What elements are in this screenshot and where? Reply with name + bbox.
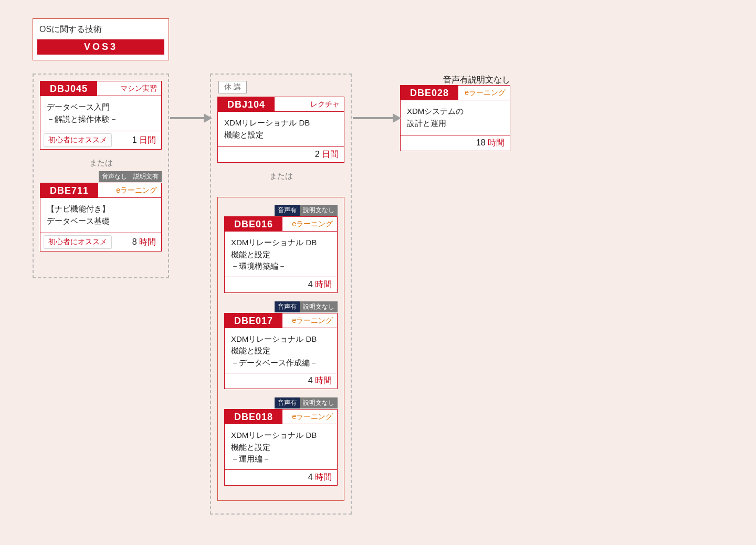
course-duration: 1 日間 [132, 135, 156, 146]
course-map: OSに関する技術 VOS3 DBJ045 マシン実習 データベース入門 －解説と… [0, 0, 756, 545]
course-title: XDMシステムの 設計と運用 [401, 100, 510, 135]
main-group: 休 講 DBJ104 レクチャ XDMリレーショナル DB 機能と設定 2 日間… [210, 74, 352, 515]
course-type-tag: eラーニング [282, 313, 337, 328]
course-code: DBE017 [225, 313, 282, 328]
course-duration: 8 時間 [132, 237, 156, 248]
or-label: または [40, 158, 162, 168]
course-title: XDMリレーショナル DB 機能と設定 －データベース作成編－ [225, 328, 337, 373]
elearning-subgroup: 音声有説明文なし DBE016 eラーニング XDMリレーショナル DB 機能と… [217, 197, 344, 501]
course-card[interactable]: 音声有説明文なし DBE018 eラーニング XDMリレーショナル DB 機能と… [224, 409, 338, 486]
category-box: OSに関する技術 VOS3 [33, 18, 169, 60]
course-duration: 18 時間 [476, 138, 505, 149]
course-card[interactable]: DBJ104 レクチャ XDMリレーショナル DB 機能と設定 2 日間 [217, 97, 344, 163]
course-card[interactable]: 音声有説明文なし DBE017 eラーニング XDMリレーショナル DB 機能と… [224, 313, 338, 390]
course-type-tag: eラーニング [282, 410, 337, 424]
audio-badge: 音声なし説明文有 [99, 171, 162, 182]
course-card[interactable]: DBE028 eラーニング XDMシステムの 設計と運用 18 時間 [400, 85, 510, 151]
audio-badge: 音声有説明文なし [275, 205, 338, 216]
category-band: VOS3 [37, 39, 164, 55]
course-title: XDMリレーショナル DB 機能と設定 [218, 112, 344, 146]
course-type-tag: eラーニング [282, 217, 337, 232]
course-duration: 4 時間 [308, 472, 332, 483]
category-title: OSに関する技術 [39, 24, 164, 35]
course-card[interactable]: DBJ045 マシン実習 データベース入門 －解説と操作体験－ 初心者にオススメ… [40, 81, 162, 150]
course-duration: 4 時間 [308, 279, 332, 290]
or-label: または [217, 171, 344, 181]
course-type-tag: eラーニング [98, 183, 161, 198]
course-card[interactable]: 音声なし説明文有 DBE711 eラーニング 【ナビ機能付き】 データベース基礎… [40, 183, 162, 251]
audio-badge: 音声有説明文なし [400, 75, 510, 86]
course-type-tag: eラーニング [458, 86, 510, 100]
course-title: 【ナビ機能付き】 データベース基礎 [40, 198, 161, 233]
course-code: DBE018 [225, 410, 282, 424]
recommend-badge: 初心者にオススメ [44, 235, 112, 249]
course-type-tag: マシン実習 [97, 81, 161, 96]
prereq-group: DBJ045 マシン実習 データベース入門 －解説と操作体験－ 初心者にオススメ… [33, 74, 169, 278]
course-title: データベース入門 －解説と操作体験－ [40, 96, 161, 131]
course-duration: 4 時間 [308, 375, 332, 386]
course-card[interactable]: 音声有説明文なし DBE016 eラーニング XDMリレーショナル DB 機能と… [224, 216, 338, 293]
course-code: DBJ045 [40, 81, 97, 96]
suspended-pill: 休 講 [218, 81, 247, 93]
audio-badge: 音声有説明文なし [275, 397, 338, 408]
course-title: XDMリレーショナル DB 機能と設定 －環境構築編－ [225, 232, 337, 277]
course-code: DBE016 [225, 217, 282, 232]
course-code: DBJ104 [218, 97, 275, 112]
audio-badge: 音声有説明文なし [275, 301, 338, 312]
course-duration: 2 日間 [315, 149, 339, 160]
recommend-badge: 初心者にオススメ [44, 133, 112, 147]
course-code: DBE711 [40, 183, 98, 198]
course-type-tag: レクチャ [275, 97, 344, 112]
course-title: XDMリレーショナル DB 機能と設定 －運用編－ [225, 424, 337, 469]
course-code: DBE028 [401, 86, 458, 100]
